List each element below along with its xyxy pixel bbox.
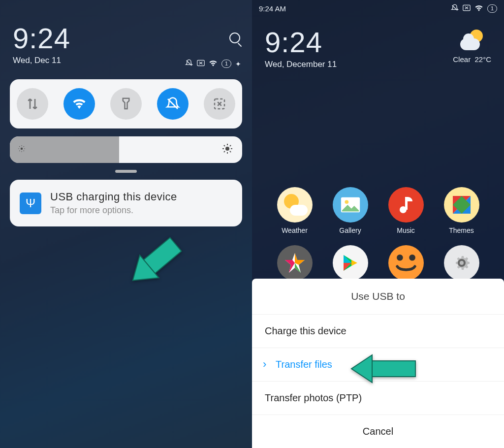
- phone-home-screen: 9:24 AM 1 9:24 Wed, December 11: [252, 0, 504, 448]
- app-music[interactable]: Music: [378, 187, 434, 234]
- themes-app-icon: [444, 187, 479, 223]
- toggle-dnd[interactable]: [157, 88, 189, 120]
- brightness-high-icon: [221, 143, 233, 157]
- battery-indicator: 1: [487, 4, 497, 13]
- app-label: Themes: [434, 226, 489, 234]
- notification-header: 9:24 Wed, Dec 11 1 ✦: [0, 0, 252, 74]
- notification-text: USB charging this device Tap for more op…: [50, 191, 177, 216]
- brightness-low-icon: [17, 144, 26, 155]
- search-icon[interactable]: [229, 32, 240, 43]
- settings-app-icon: [444, 245, 479, 281]
- annotation-arrow-left: [123, 217, 192, 307]
- gallery-app-icon: [333, 187, 368, 223]
- statusbar-icons: 1: [451, 4, 497, 13]
- weather-icon: [460, 29, 484, 52]
- battery-level: 1: [491, 5, 494, 12]
- app-label: Gallery: [322, 226, 378, 234]
- toggle-screenshot[interactable]: [204, 88, 235, 120]
- svg-marker-20: [344, 263, 351, 271]
- usb-option-charge[interactable]: Charge this device: [252, 314, 504, 348]
- status-icons: 1 ✦: [185, 59, 241, 68]
- app-label: Weather: [267, 226, 322, 234]
- smile-app-icon: [388, 245, 424, 281]
- weather-app-icon: [277, 187, 313, 223]
- svg-marker-15: [295, 253, 305, 265]
- app-gallery[interactable]: Gallery: [322, 187, 378, 234]
- weather-widget[interactable]: Clear 22°C: [453, 29, 491, 64]
- clock-date: Wed, December 11: [265, 60, 337, 69]
- battery-level: 1: [225, 60, 228, 67]
- brightness-fill: [10, 136, 119, 163]
- svg-point-8: [345, 200, 348, 204]
- svg-point-2: [21, 148, 23, 150]
- app-weather[interactable]: Weather: [267, 187, 322, 234]
- brightness-slider[interactable]: [10, 136, 242, 163]
- home-header: 9:24 Wed, December 11 Clear 22°C: [252, 17, 504, 69]
- battery-indicator: 1: [221, 60, 231, 68]
- toggle-flashlight[interactable]: [110, 88, 142, 120]
- app-grid: Weather Gallery Music Themes: [252, 187, 504, 285]
- weather-text: Clear 22°C: [453, 55, 491, 64]
- svg-point-23: [410, 256, 414, 259]
- star-app-icon: [277, 245, 313, 281]
- phone-notification-panel: 9:24 Wed, Dec 11 1 ✦: [0, 0, 252, 448]
- svg-rect-10: [405, 197, 408, 210]
- usb-cancel-button[interactable]: Cancel: [252, 415, 504, 448]
- weather-temp: 22°C: [474, 55, 491, 64]
- app-themes[interactable]: Themes: [434, 187, 489, 234]
- usb-icon: Ψ: [20, 192, 41, 214]
- panel-drag-handle[interactable]: [115, 170, 137, 173]
- svg-marker-21: [351, 260, 357, 266]
- play-store-icon: [333, 245, 368, 281]
- clock-time: 9:24: [265, 26, 337, 59]
- toggle-wifi[interactable]: [63, 88, 95, 120]
- svg-rect-24: [372, 361, 415, 377]
- dnd-status-icon: [451, 4, 459, 13]
- app-label: Music: [378, 226, 434, 234]
- charging-icon: ✦: [235, 60, 241, 68]
- notification-title: USB charging this device: [50, 191, 177, 203]
- music-app-icon: [388, 187, 424, 223]
- annotation-arrow-right: [349, 351, 418, 387]
- clock-time: 9:24: [13, 22, 239, 55]
- svg-point-3: [225, 147, 229, 151]
- toggle-mobile-data[interactable]: [17, 88, 48, 120]
- no-sim-icon: [197, 60, 205, 68]
- wifi-status-icon: [474, 4, 483, 13]
- svg-point-22: [398, 256, 401, 259]
- svg-marker-19: [344, 255, 351, 263]
- status-bar: 9:24 AM 1: [252, 0, 504, 17]
- svg-marker-25: [351, 355, 372, 383]
- dnd-status-icon: [185, 59, 193, 68]
- quick-settings-panel: [10, 79, 242, 128]
- weather-condition: Clear: [453, 55, 471, 64]
- statusbar-time: 9:24 AM: [259, 4, 286, 13]
- no-sim-icon: [463, 4, 471, 13]
- sheet-title: Use USB to: [252, 279, 504, 314]
- notification-subtitle: Tap for more options.: [50, 205, 177, 216]
- wifi-status-icon: [209, 60, 218, 68]
